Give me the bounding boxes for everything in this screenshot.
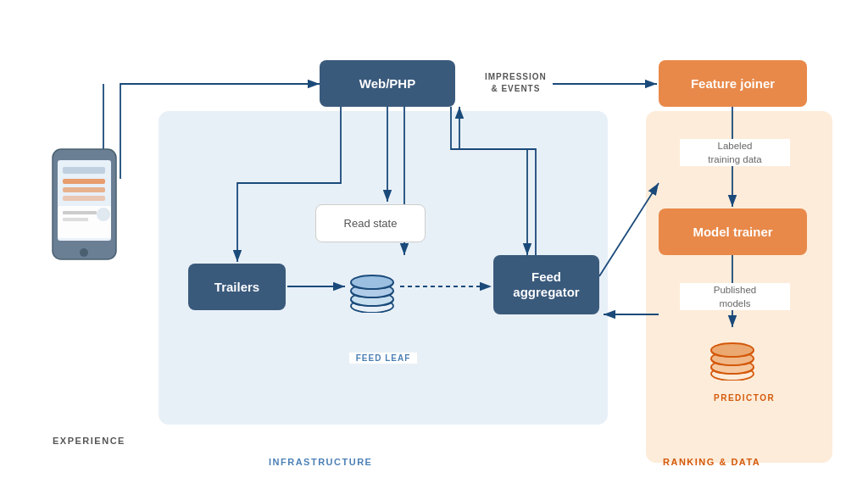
webphp-box: Web/PHP	[320, 60, 455, 107]
diagram-container: Web/PHP Trailers Feed aggregator Read st…	[19, 14, 849, 475]
predictor-label: PREDICTOR	[714, 393, 769, 403]
phone-icon	[44, 145, 125, 288]
svg-point-13	[97, 208, 110, 221]
published-models-label: Published models	[680, 283, 790, 310]
svg-rect-9	[63, 196, 105, 201]
model-trainer-box: Model trainer	[659, 208, 807, 255]
trailers-box: Trailers	[188, 264, 286, 310]
read-state-box: Read state	[315, 204, 426, 242]
svg-rect-11	[63, 211, 97, 214]
training-data-label: Labeled training data	[680, 139, 790, 166]
infrastructure-label: INFRASTRUCTURE	[269, 457, 372, 467]
predictor-db-icon	[705, 331, 760, 381]
feed-leaf-label: FEED LEAF	[349, 353, 417, 364]
svg-point-5	[80, 248, 88, 257]
experience-label: EXPERIENCE	[53, 436, 125, 446]
svg-rect-12	[63, 218, 88, 221]
feed-aggregator-box: Feed aggregator	[493, 255, 599, 314]
svg-point-17	[351, 275, 393, 289]
svg-rect-8	[63, 187, 105, 192]
ranking-label: RANKING & DATA	[663, 457, 760, 467]
svg-point-21	[711, 343, 754, 357]
feature-joiner-box: Feature joiner	[659, 60, 807, 107]
impression-events-label: IMPRESSION & EVENTS	[485, 71, 547, 95]
svg-rect-7	[63, 179, 105, 184]
svg-rect-6	[63, 167, 105, 174]
feed-leaf-db-icon	[345, 264, 400, 313]
